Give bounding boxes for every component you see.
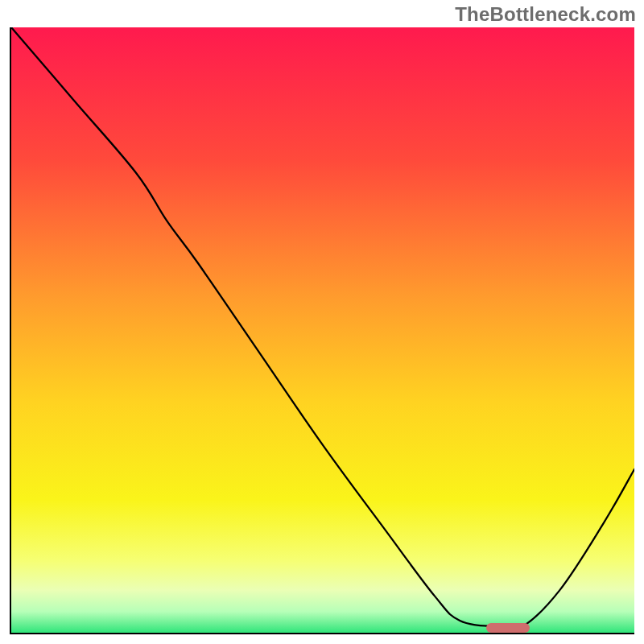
watermark-text: TheBottleneck.com (455, 3, 636, 26)
svg-rect-0 (11, 27, 634, 633)
plot-area (10, 27, 634, 634)
gradient-background (11, 27, 634, 633)
optimal-range-marker (486, 623, 530, 633)
chart-container: TheBottleneck.com (0, 0, 644, 644)
